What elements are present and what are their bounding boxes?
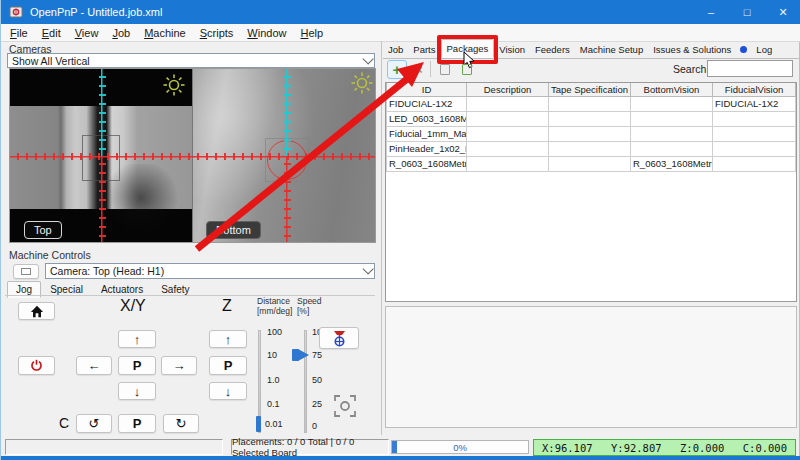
safe-z-button[interactable] [319,327,359,349]
camera-light-icon[interactable] [162,73,186,97]
table-row[interactable]: PinHeader_1x02_P2.... [387,141,796,156]
jog-z-plus-button[interactable]: ↑ [209,330,247,348]
maximize-button[interactable]: □ [729,0,765,24]
cell[interactable] [631,141,713,156]
cell[interactable] [631,111,713,126]
dro-z: Z:0.000 [680,442,724,454]
jog-c-cw-button[interactable]: ↻ [163,414,199,433]
cell[interactable] [713,156,796,171]
cell[interactable] [549,141,631,156]
tab-vision[interactable]: Vision [494,41,530,58]
tab-packages[interactable]: Packages [441,39,495,58]
menu-scripts[interactable]: Scripts [193,25,241,41]
cell[interactable] [631,126,713,141]
jog-y-plus-button[interactable]: ↑ [118,330,156,348]
arrow-left-icon: ← [88,358,101,373]
cell[interactable] [467,126,549,141]
tab-parts[interactable]: Parts [408,41,440,58]
jog-y-minus-button[interactable]: ↓ [118,382,156,400]
collapse-button[interactable] [13,264,39,279]
cell[interactable] [467,96,549,111]
menu-job[interactable]: Job [105,25,137,41]
menu-help[interactable]: Help [293,25,330,41]
progress-text: 0% [453,442,467,453]
tab-machine-setup[interactable]: Machine Setup [575,41,648,58]
park-xy-button[interactable]: P [118,356,156,375]
col-description[interactable]: Description [467,83,549,96]
capture-frame-icon [333,394,357,418]
tab-issues-solutions[interactable]: Issues & Solutions [648,41,736,58]
jog-c-ccw-button[interactable]: ↺ [76,414,112,433]
cell[interactable] [713,141,796,156]
park-c-button[interactable]: P [118,414,156,433]
cell[interactable] [467,141,549,156]
toolbar-divider [430,61,431,77]
minimize-button[interactable]: – [693,0,729,24]
cell[interactable]: PinHeader_1x02_P2.... [387,141,467,156]
paste-button[interactable] [457,60,477,79]
power-icon [30,359,43,372]
park-z-button[interactable]: P [209,356,247,375]
table-row[interactable]: R_0603_1608MetricR_0603_1608Metric [387,156,796,171]
cell[interactable]: R_0603_1608Metric [387,156,467,171]
cell[interactable] [467,111,549,126]
col-tape-spec[interactable]: Tape Specification [549,83,631,96]
cell[interactable] [549,156,631,171]
menu-window[interactable]: Window [240,25,293,41]
menu-view[interactable]: View [68,25,106,41]
distance-tick: 10 [267,350,277,360]
progress-bar: 0% [391,440,529,454]
col-bottomvision[interactable]: BottomVision [631,83,713,96]
cell[interactable]: FIDUCIAL-1X2 [713,96,796,111]
bottom-camera-label: Bottom [206,221,261,239]
placements-text: Placements: 0 / 0 Total | 0 / 0 Selected… [232,436,388,458]
cell[interactable] [713,111,796,126]
collapse-icon [21,268,31,275]
search-label: Search [673,63,706,75]
cell[interactable] [713,126,796,141]
cell[interactable]: R_0603_1608Metric [631,156,713,171]
tab-feeders[interactable]: Feeders [530,41,575,58]
tab-job[interactable]: Job [383,41,408,58]
head-camera-combo[interactable]: Camera: Top (Head: H1) [45,263,375,279]
cell[interactable]: LED_0603_1608Metric [387,111,467,126]
cell[interactable] [467,156,549,171]
cell[interactable]: FIDUCIAL-1X2 [387,96,467,111]
cell[interactable]: Fiducial_1mm_Mask3mm [387,126,467,141]
cell[interactable] [549,126,631,141]
speed-tick: 50 [312,375,322,385]
speed-slider-thumb[interactable] [298,349,309,361]
crosshair-horizontal [10,152,376,161]
jog-x-minus-button[interactable]: ← [76,356,112,375]
search-input[interactable] [707,60,793,77]
capture-camera-button[interactable] [333,394,357,420]
cell[interactable] [549,96,631,111]
cell[interactable] [549,111,631,126]
jog-z-minus-button[interactable]: ↓ [209,382,247,400]
tab-log[interactable]: Log [751,41,777,58]
close-button[interactable]: ✕ [765,0,800,24]
power-button[interactable] [18,356,55,375]
table-row[interactable]: Fiducial_1mm_Mask3mm [387,126,796,141]
copy-button[interactable] [435,60,455,79]
camera-view-selector[interactable]: Show All Vertical [7,53,375,68]
camera-light-icon[interactable] [350,71,374,95]
rotate-ccw-icon: ↺ [89,416,100,431]
table-row[interactable]: FIDUCIAL-1X2FIDUCIAL-1X2 [387,96,796,111]
home-button[interactable] [18,302,55,320]
col-fiducialvision[interactable]: FiducialVision [713,83,796,96]
menu-file[interactable]: File [3,25,35,41]
jog-x-plus-button[interactable]: → [161,356,197,375]
arrow-down-icon: ↓ [225,384,232,399]
delete-package-button[interactable]: × [409,60,429,79]
table-row[interactable]: LED_0603_1608Metric [387,111,796,126]
col-id[interactable]: ID [387,83,467,96]
speed-slider[interactable] [304,330,307,433]
vertical-splitter[interactable] [381,41,382,435]
cell[interactable] [631,96,713,111]
menu-machine[interactable]: Machine [137,25,193,41]
packages-table: ID Description Tape Specification Bottom… [386,83,796,172]
add-package-button[interactable]: + [387,60,407,79]
distance-slider-thumb[interactable] [256,416,261,432]
menu-edit[interactable]: Edit [35,25,68,41]
